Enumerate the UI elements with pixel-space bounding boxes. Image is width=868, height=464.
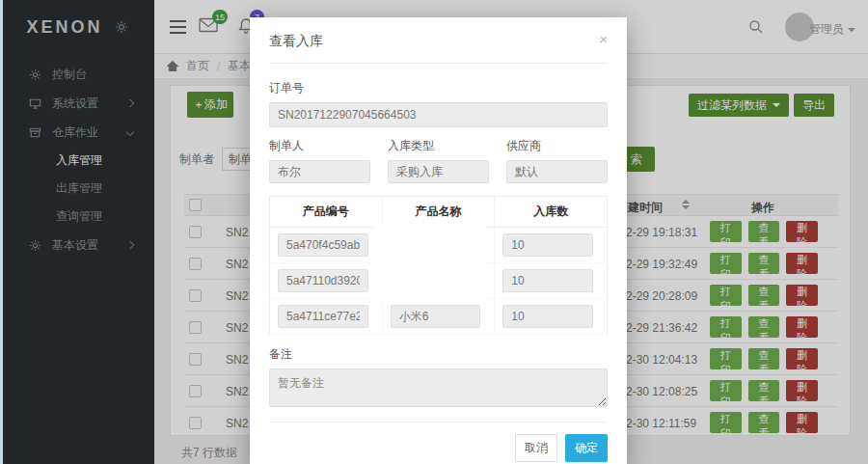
product-id-input[interactable] xyxy=(278,305,368,328)
inbound-qty-input[interactable] xyxy=(502,233,593,257)
product-id-input[interactable] xyxy=(278,269,368,292)
supplier-input[interactable] xyxy=(506,160,608,183)
product-row xyxy=(270,299,608,335)
inbound-type-input[interactable] xyxy=(388,160,489,183)
product-id-input[interactable] xyxy=(278,233,368,257)
maker-label: 制单人 xyxy=(269,138,370,154)
product-name-input[interactable] xyxy=(391,305,481,328)
order-no-input[interactable] xyxy=(269,102,608,127)
confirm-button[interactable]: 确定 xyxy=(565,434,608,462)
inbound-qty-header: 入库数 xyxy=(495,197,608,228)
product-table: 产品编号 产品名称 入库数 xyxy=(269,196,608,335)
order-no-label: 订单号 xyxy=(269,80,608,96)
left-edge-strip xyxy=(0,0,3,464)
product-id-header: 产品编号 xyxy=(270,197,383,228)
cancel-button[interactable]: 取消 xyxy=(515,434,557,462)
maker-input[interactable] xyxy=(269,160,370,183)
product-row xyxy=(270,263,608,299)
inbound-qty-input[interactable] xyxy=(502,269,593,292)
supplier-label: 供应商 xyxy=(506,138,608,154)
inbound-qty-input[interactable] xyxy=(502,305,593,328)
view-inbound-modal: 查看入库 × 订单号 制单人 入库类型 供应商 产品编号 产品名称 xyxy=(250,17,627,464)
modal-title: 查看入库 xyxy=(269,33,323,48)
remark-textarea[interactable]: 暂无备注 xyxy=(269,368,608,407)
close-icon[interactable]: × xyxy=(599,32,608,46)
remark-label: 备注 xyxy=(269,346,608,363)
inbound-type-label: 入库类型 xyxy=(388,138,489,154)
product-row xyxy=(270,228,608,263)
